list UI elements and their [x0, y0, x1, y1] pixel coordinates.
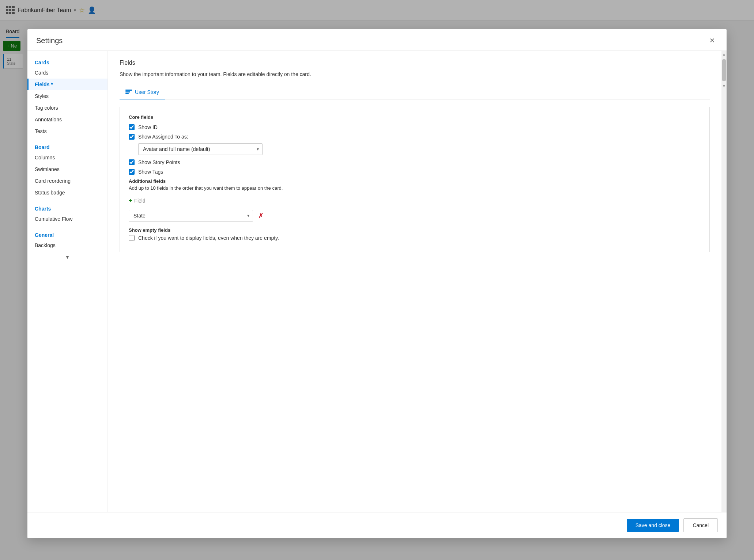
scroll-thumb[interactable]	[722, 59, 726, 81]
book-icon	[125, 90, 132, 95]
sidebar-item-cumulative-flow[interactable]: Cumulative Flow	[27, 213, 108, 225]
add-field-label: Field	[134, 198, 145, 204]
scroll-down-icon[interactable]: ▼	[721, 83, 727, 90]
sidebar-item-annotations[interactable]: Annotations	[27, 114, 108, 125]
sidebar-item-styles[interactable]: Styles	[27, 90, 108, 102]
main-content: Fields Show the important information to…	[108, 51, 721, 512]
dialog-body: Cards Cards Fields * Styles Tag colors A…	[27, 51, 727, 512]
content-description: Show the important information to your t…	[120, 71, 710, 78]
show-assigned-checkbox[interactable]	[129, 134, 135, 140]
sidebar-item-cards[interactable]: Cards	[27, 67, 108, 79]
show-tags-checkbox[interactable]	[129, 169, 135, 175]
show-empty-fields-section: Show empty fields Check if you want to d…	[129, 227, 701, 241]
show-id-row: Show ID	[129, 124, 701, 130]
sidebar-item-tests[interactable]: Tests	[27, 125, 108, 137]
show-assigned-to-row: Show Assigned To as:	[129, 134, 701, 140]
scroll-up-icon[interactable]: ▲	[721, 51, 727, 58]
sidebar-item-tag-colors[interactable]: Tag colors	[27, 102, 108, 114]
sidebar-item-fields[interactable]: Fields *	[27, 79, 108, 90]
show-story-points-checkbox[interactable]	[129, 159, 135, 165]
sidebar-section-charts: Charts	[27, 203, 108, 213]
field-row-state: State Area Path Iteration Path Priority …	[129, 210, 701, 222]
close-button[interactable]: ✕	[706, 35, 718, 46]
remove-state-button[interactable]: ✗	[257, 211, 265, 220]
fields-card: Core fields Show ID Show Assigned To as:	[120, 107, 710, 252]
settings-dialog: Settings ✕ Cards Cards Fields * Styles T…	[27, 29, 727, 538]
show-tags-label: Show Tags	[138, 169, 163, 175]
sidebar-section-board: Board	[27, 141, 108, 152]
show-empty-checkbox-row: Check if you want to display fields, eve…	[129, 235, 701, 241]
cancel-button[interactable]: Cancel	[683, 518, 718, 532]
sidebar-item-card-reordering[interactable]: Card reordering	[27, 175, 108, 187]
core-fields-label: Core fields	[129, 114, 701, 120]
tab-user-story[interactable]: User Story	[120, 86, 165, 99]
show-id-checkbox[interactable]	[129, 124, 135, 130]
show-story-points-row: Show Story Points	[129, 159, 701, 165]
sidebar-item-backlogs[interactable]: Backlogs	[27, 239, 108, 251]
tab-bar: User Story	[120, 86, 710, 99]
additional-fields-label: Additional fields	[129, 178, 701, 184]
show-id-label: Show ID	[138, 124, 158, 130]
add-field-plus-icon: +	[129, 197, 132, 204]
sidebar-item-swimlanes[interactable]: Swimlanes	[27, 163, 108, 175]
tab-user-story-label: User Story	[135, 89, 159, 95]
show-tags-row: Show Tags	[129, 169, 701, 175]
additional-fields-description: Add up to 10 fields in the order that yo…	[129, 185, 701, 191]
dialog-header: Settings ✕	[27, 29, 727, 51]
state-dropdown-wrapper: State Area Path Iteration Path Priority …	[129, 210, 253, 222]
sidebar-section-general: General	[27, 229, 108, 239]
right-scrollbar[interactable]: ▲ ▼	[721, 51, 727, 512]
sidebar-item-status-badge[interactable]: Status badge	[27, 187, 108, 198]
sidebar-section-cards: Cards	[27, 57, 108, 67]
assigned-to-dropdown-row: Avatar and full name (default) Avatar on…	[138, 143, 701, 155]
assigned-to-select[interactable]: Avatar and full name (default) Avatar on…	[138, 143, 263, 155]
show-story-points-label: Show Story Points	[138, 159, 180, 165]
show-empty-checkbox[interactable]	[129, 235, 135, 241]
sidebar-more-icon[interactable]: ▼	[27, 251, 108, 263]
page-title: Fields	[120, 60, 710, 66]
add-field-button[interactable]: + Field	[129, 196, 146, 205]
dialog-footer: Save and close Cancel	[27, 512, 727, 538]
sidebar-item-columns[interactable]: Columns	[27, 152, 108, 163]
settings-sidebar: Cards Cards Fields * Styles Tag colors A…	[27, 51, 108, 512]
show-empty-label: Show empty fields	[129, 227, 701, 233]
content-scroll-area: Fields Show the important information to…	[108, 51, 721, 512]
dialog-title: Settings	[36, 37, 63, 45]
assigned-to-dropdown-wrapper: Avatar and full name (default) Avatar on…	[138, 143, 263, 155]
save-and-close-button[interactable]: Save and close	[627, 519, 679, 532]
show-empty-checkbox-label: Check if you want to display fields, eve…	[138, 235, 279, 241]
state-select[interactable]: State Area Path Iteration Path Priority …	[129, 210, 253, 222]
show-assigned-label: Show Assigned To as:	[138, 134, 188, 140]
